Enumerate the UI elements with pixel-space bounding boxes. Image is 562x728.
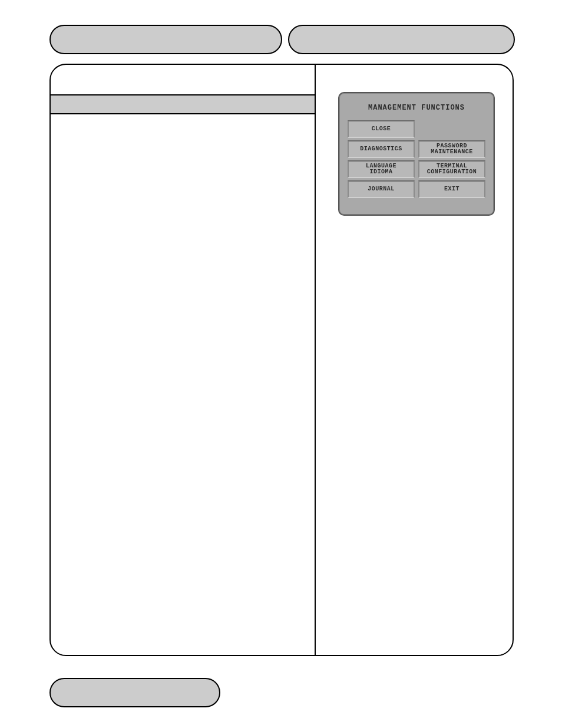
empty-slot — [418, 120, 485, 138]
terminal-screen: MANAGEMENT FUNCTIONS CLOSE DIAGNOSTICS P… — [338, 92, 495, 216]
vertical-divider — [315, 65, 316, 655]
left-header-bar — [51, 94, 316, 114]
password-maintenance-button[interactable]: PASSWORD MAINTENANCE — [418, 140, 485, 158]
diagnostics-button[interactable]: DIAGNOSTICS — [348, 140, 415, 158]
close-button[interactable]: CLOSE — [348, 120, 415, 138]
language-idioma-button[interactable]: LANGUAGE IDIOMA — [348, 160, 415, 178]
terminal-button-grid: CLOSE DIAGNOSTICS PASSWORD MAINTENANCE L… — [344, 120, 489, 198]
bottom-pill-wrap — [49, 678, 220, 707]
top-pill-row — [49, 25, 515, 54]
exit-button[interactable]: EXIT — [418, 180, 485, 198]
journal-button[interactable]: JOURNAL — [348, 180, 415, 198]
terminal-configuration-button[interactable]: TERMINAL CONFIGURATION — [418, 160, 485, 178]
top-pill-right — [288, 25, 515, 54]
terminal-title: MANAGEMENT FUNCTIONS — [344, 104, 489, 112]
main-panel: MANAGEMENT FUNCTIONS CLOSE DIAGNOSTICS P… — [49, 64, 514, 656]
bottom-pill — [49, 678, 220, 707]
top-pill-left — [49, 25, 282, 54]
